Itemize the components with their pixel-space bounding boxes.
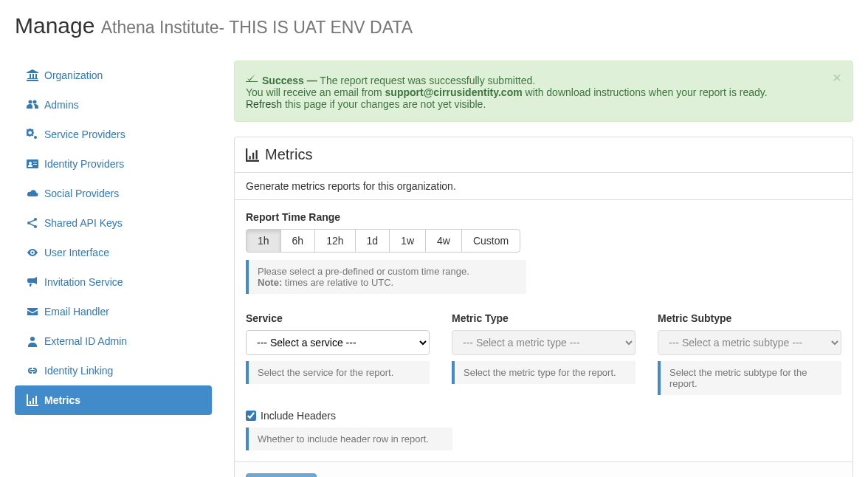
success-label: Success — bbox=[262, 75, 317, 86]
time-range-1h[interactable]: 1h bbox=[246, 229, 281, 253]
time-range-help: Please select a pre-defined or custom ti… bbox=[246, 260, 526, 294]
service-help: Select the service for the report. bbox=[246, 361, 430, 384]
svg-rect-5 bbox=[33, 162, 37, 162]
page-header: Manage Athena Institute- THIS IS UAT ENV… bbox=[15, 0, 853, 46]
sidebar-item-external-id-admin[interactable]: External ID Admin bbox=[15, 326, 212, 356]
sidebar-item-label: Email Handler bbox=[44, 306, 109, 318]
svg-rect-6 bbox=[33, 164, 37, 165]
sidebar-item-label: Admins bbox=[44, 99, 79, 111]
sidebar-item-service-providers[interactable]: Service Providers bbox=[15, 120, 212, 149]
sidebar: Organization Admins Service Providers Id… bbox=[15, 61, 212, 477]
sidebar-item-metrics[interactable]: Metrics bbox=[15, 385, 212, 415]
sidebar-item-label: Identity Providers bbox=[44, 158, 124, 170]
svg-point-1 bbox=[33, 100, 37, 104]
user-icon bbox=[27, 335, 38, 347]
submit-button[interactable]: Submit bbox=[246, 473, 317, 477]
bullhorn-icon bbox=[27, 276, 38, 288]
metrics-panel: Metrics Generate metrics reports for thi… bbox=[234, 137, 853, 477]
cogs-icon bbox=[27, 128, 38, 140]
id-card-icon bbox=[27, 158, 38, 170]
eye-icon bbox=[27, 247, 38, 258]
sidebar-item-label: Invitation Service bbox=[44, 276, 123, 288]
sidebar-item-email-handler[interactable]: Email Handler bbox=[15, 297, 212, 326]
sidebar-item-user-interface[interactable]: User Interface bbox=[15, 238, 212, 267]
sidebar-item-label: Shared API Keys bbox=[44, 217, 123, 229]
alert-message: The report request was successfully subm… bbox=[320, 75, 535, 86]
bar-chart-icon bbox=[246, 148, 259, 162]
sidebar-item-admins[interactable]: Admins bbox=[15, 90, 212, 120]
alert-line3-suffix: this page if your changes are not yet vi… bbox=[282, 98, 486, 110]
alert-close-button[interactable]: × bbox=[833, 69, 841, 86]
time-range-6h[interactable]: 6h bbox=[280, 229, 316, 253]
alert-email: support@cirrusidentity.com bbox=[385, 86, 523, 98]
metric-type-help: Select the metric type for the report. bbox=[452, 361, 636, 384]
sidebar-item-label: Organization bbox=[44, 69, 103, 81]
svg-point-0 bbox=[29, 100, 32, 104]
alert-line2-prefix: You will receive an email from bbox=[246, 86, 385, 98]
time-range-4w[interactable]: 4w bbox=[425, 229, 462, 253]
time-range-1w[interactable]: 1w bbox=[389, 229, 426, 253]
service-label: Service bbox=[246, 312, 430, 324]
metric-subtype-select[interactable]: --- Select a metric subtype --- bbox=[658, 330, 841, 355]
cloud-icon bbox=[27, 188, 38, 199]
users-icon bbox=[27, 99, 38, 111]
sidebar-item-invitation-service[interactable]: Invitation Service bbox=[15, 267, 212, 297]
page-title: Manage bbox=[15, 13, 94, 38]
sidebar-item-label: Social Providers bbox=[44, 188, 119, 199]
time-range-group: 1h 6h 12h 1d 1w 4w Custom bbox=[246, 229, 841, 253]
svg-point-2 bbox=[35, 137, 36, 138]
sidebar-item-label: User Interface bbox=[44, 247, 109, 258]
include-headers-help: Whether to include header row in report. bbox=[246, 428, 452, 450]
metric-subtype-help: Select the metric subtype for the report… bbox=[658, 361, 841, 395]
include-headers-label: Include Headers bbox=[261, 410, 336, 422]
sidebar-item-social-providers[interactable]: Social Providers bbox=[15, 179, 212, 208]
time-range-1d[interactable]: 1d bbox=[355, 229, 390, 253]
svg-point-4 bbox=[29, 162, 32, 165]
link-icon bbox=[27, 365, 38, 377]
envelope-icon bbox=[27, 306, 38, 318]
metric-subtype-label: Metric Subtype bbox=[658, 312, 841, 324]
refresh-link[interactable]: Refresh bbox=[246, 98, 282, 110]
institution-icon bbox=[27, 69, 38, 81]
sidebar-item-label: Metrics bbox=[44, 394, 80, 406]
svg-point-11 bbox=[30, 337, 35, 341]
bar-chart-icon bbox=[27, 394, 38, 406]
time-range-label: Report Time Range bbox=[246, 211, 841, 223]
sidebar-item-identity-linking[interactable]: Identity Linking bbox=[15, 356, 212, 385]
sidebar-item-shared-api-keys[interactable]: Shared API Keys bbox=[15, 208, 212, 238]
share-icon bbox=[27, 217, 38, 229]
page-subtitle: Athena Institute- THIS IS UAT ENV DATA bbox=[101, 18, 413, 37]
service-select[interactable]: --- Select a service --- bbox=[246, 330, 430, 355]
sidebar-item-organization[interactable]: Organization bbox=[15, 61, 212, 90]
panel-description: Generate metrics reports for this organi… bbox=[235, 173, 852, 200]
svg-point-10 bbox=[32, 252, 34, 254]
check-icon bbox=[246, 72, 258, 84]
time-range-custom[interactable]: Custom bbox=[461, 229, 520, 253]
success-alert: × Success — The report request was succe… bbox=[234, 61, 853, 122]
include-headers-checkbox[interactable] bbox=[246, 411, 256, 421]
sidebar-item-label: Service Providers bbox=[44, 128, 125, 140]
metric-type-label: Metric Type bbox=[452, 312, 636, 324]
time-range-12h[interactable]: 12h bbox=[314, 229, 355, 253]
panel-title: Metrics bbox=[265, 146, 312, 163]
alert-line2-suffix: with download instructions when your rep… bbox=[523, 86, 768, 98]
metric-type-select[interactable]: --- Select a metric type --- bbox=[452, 330, 636, 355]
sidebar-item-label: Identity Linking bbox=[44, 365, 113, 377]
sidebar-item-label: External ID Admin bbox=[44, 335, 127, 347]
sidebar-item-identity-providers[interactable]: Identity Providers bbox=[15, 149, 212, 179]
